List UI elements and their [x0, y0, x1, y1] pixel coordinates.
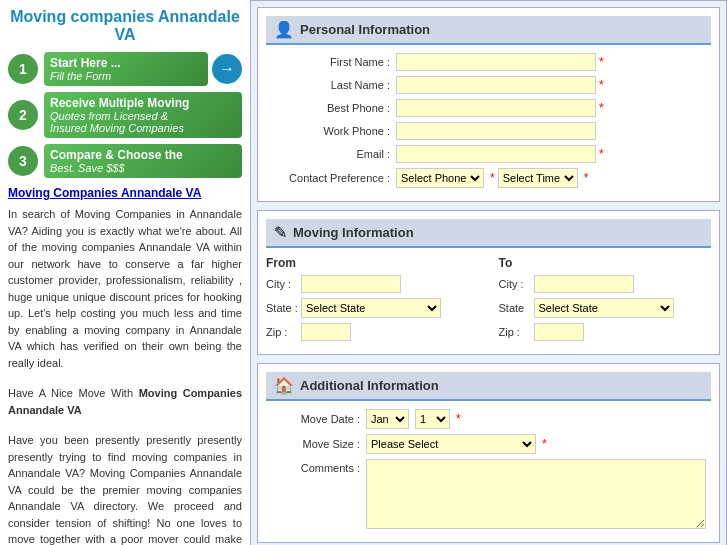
last-name-star: * [599, 78, 604, 92]
work-phone-input[interactable] [396, 122, 596, 140]
move-size-label: Move Size : [266, 438, 366, 450]
from-zip-label: Zip : [266, 326, 301, 338]
sidebar-link[interactable]: Moving Companies Annandale VA [8, 186, 242, 200]
sidebar-paragraph1: In search of Moving Companies in Annanda… [8, 206, 242, 371]
to-zip-label: Zip : [499, 326, 534, 338]
first-name-row: First Name : * [266, 53, 711, 71]
last-name-label: Last Name : [266, 79, 396, 91]
sidebar-paragraph3: Have you been presently presently presen… [8, 432, 242, 545]
comments-label: Comments : [266, 459, 366, 474]
from-label: From [266, 256, 479, 270]
last-name-input[interactable] [396, 76, 596, 94]
personal-info-title: Personal Information [300, 22, 430, 37]
best-phone-input[interactable] [396, 99, 596, 117]
contact-pref-label: Contact Preference : [266, 172, 396, 184]
move-size-star: * [542, 437, 547, 451]
to-zip-row: Zip : [499, 323, 712, 341]
to-city-label: City : [499, 278, 534, 290]
step-3: 3 Compare & Choose the Best. Save $$$ [8, 144, 242, 178]
contact-pref-controls: Select Phone Home Work Cell * Select Tim… [396, 168, 588, 188]
move-month-select[interactable]: JanFebMarApr MayJunJulAug SepOctNovDec [366, 409, 409, 429]
first-name-input[interactable] [396, 53, 596, 71]
additional-icon: 🏠 [274, 376, 294, 395]
comments-textarea[interactable] [366, 459, 706, 529]
sidebar-paragraph2: Have A Nice Move With Moving Companies A… [8, 385, 242, 418]
additional-info-title: Additional Information [300, 378, 439, 393]
from-state-label: State : [266, 302, 301, 314]
form-area: 👤 Personal Information First Name : * La… [250, 0, 727, 545]
email-row: Email : * [266, 145, 711, 163]
moving-to-col: To City : State Select State ALAKAZAR CA… [499, 256, 712, 346]
to-city-row: City : [499, 275, 712, 293]
contact-phone-select[interactable]: Select Phone Home Work Cell [396, 168, 484, 188]
to-label: To [499, 256, 712, 270]
to-state-label: State [499, 302, 534, 314]
step-1: 1 Start Here ... Fill the Form → [8, 52, 242, 86]
from-state-row: State : Select State ALAKAZAR CACOCTDE F… [266, 298, 479, 318]
step-1-arrow: → [212, 54, 242, 84]
personal-icon: 👤 [274, 20, 294, 39]
step-2: 2 Receive Multiple Moving Quotes from Li… [8, 92, 242, 138]
to-city-input[interactable] [534, 275, 634, 293]
email-star: * [599, 147, 604, 161]
step-2-text: Receive Multiple Moving Quotes from Lice… [44, 92, 242, 138]
step-1-text: Start Here ... Fill the Form [44, 52, 208, 86]
best-phone-label: Best Phone : [266, 102, 396, 114]
moving-info-header: ✎ Moving Information [266, 219, 711, 248]
moving-info-section: ✎ Moving Information From City : State :… [257, 210, 720, 355]
personal-info-section: 👤 Personal Information First Name : * La… [257, 7, 720, 202]
step-1-number: 1 [8, 54, 38, 84]
moving-info-title: Moving Information [293, 225, 414, 240]
email-label: Email : [266, 148, 396, 160]
to-state-select[interactable]: Select State ALAKAZAR CACOCTDE FLGAHIID … [534, 298, 674, 318]
move-day-select[interactable]: 12345 678910 1112131415 1617181920 21222… [415, 409, 450, 429]
step-2-number: 2 [8, 100, 38, 130]
moving-columns: From City : State : Select State ALAKAZA… [266, 256, 711, 346]
from-city-label: City : [266, 278, 301, 290]
contact-pref-row: Contact Preference : Select Phone Home W… [266, 168, 711, 188]
to-state-row: State Select State ALAKAZAR CACOCTDE FLG… [499, 298, 712, 318]
to-zip-input[interactable] [534, 323, 584, 341]
last-name-row: Last Name : * [266, 76, 711, 94]
from-zip-input[interactable] [301, 323, 351, 341]
step-3-text: Compare & Choose the Best. Save $$$ [44, 144, 242, 178]
best-phone-star: * [599, 101, 604, 115]
from-state-select[interactable]: Select State ALAKAZAR CACOCTDE FLGAHIID … [301, 298, 441, 318]
contact-time-select[interactable]: Select Time Morning Afternoon Evening [498, 168, 578, 188]
email-input[interactable] [396, 145, 596, 163]
moving-icon: ✎ [274, 223, 287, 242]
from-city-row: City : [266, 275, 479, 293]
personal-info-header: 👤 Personal Information [266, 16, 711, 45]
step-3-number: 3 [8, 146, 38, 176]
page-title: Moving companies Annandale VA [8, 8, 242, 44]
best-phone-row: Best Phone : * [266, 99, 711, 117]
contact-phone-star: * [490, 171, 495, 185]
move-date-label: Move Date : [266, 413, 366, 425]
contact-time-star: * [584, 171, 589, 185]
move-size-select[interactable]: Please Select Studio 1 Bedroom 2 Bedroom… [366, 434, 536, 454]
move-size-row: Move Size : Please Select Studio 1 Bedro… [266, 434, 711, 454]
comments-row: Comments : [266, 459, 711, 529]
move-date-star: * [456, 412, 461, 426]
first-name-star: * [599, 55, 604, 69]
move-date-row: Move Date : JanFebMarApr MayJunJulAug Se… [266, 409, 711, 429]
sidebar: Moving companies Annandale VA 1 Start He… [0, 0, 250, 545]
work-phone-label: Work Phone : [266, 125, 396, 137]
additional-info-section: 🏠 Additional Information Move Date : Jan… [257, 363, 720, 543]
moving-from-col: From City : State : Select State ALAKAZA… [266, 256, 479, 346]
from-zip-row: Zip : [266, 323, 479, 341]
work-phone-row: Work Phone : [266, 122, 711, 140]
from-city-input[interactable] [301, 275, 401, 293]
first-name-label: First Name : [266, 56, 396, 68]
additional-info-header: 🏠 Additional Information [266, 372, 711, 401]
